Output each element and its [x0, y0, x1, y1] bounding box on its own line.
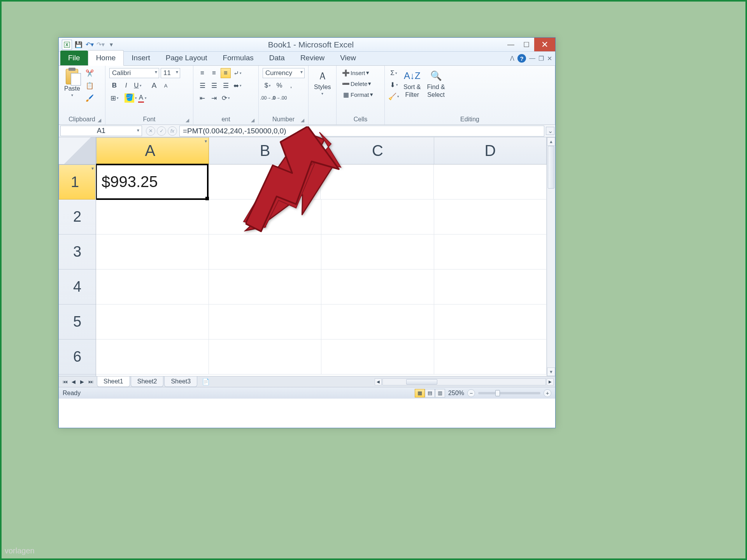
- cut-icon[interactable]: ✂️: [85, 68, 95, 78]
- align-bottom-button[interactable]: ≡: [221, 68, 231, 78]
- redo-icon[interactable]: ↷▾: [96, 40, 105, 49]
- row-header-3[interactable]: 3: [59, 234, 96, 270]
- clear-button[interactable]: 🧹: [389, 91, 399, 102]
- scroll-left-button[interactable]: ◀: [375, 378, 382, 385]
- dialog-launcher-icon[interactable]: ◢: [301, 117, 304, 123]
- orientation-button[interactable]: ⟳: [221, 93, 231, 103]
- qat-customize-icon[interactable]: ▾: [107, 40, 116, 49]
- cell-d2[interactable]: [434, 200, 547, 234]
- currency-button[interactable]: $: [263, 80, 273, 91]
- cell-b1[interactable]: [208, 164, 321, 199]
- cell-a6[interactable]: [96, 340, 209, 374]
- comma-button[interactable]: ,: [286, 80, 296, 91]
- grow-font-button[interactable]: A: [149, 80, 159, 91]
- scroll-down-button[interactable]: ▼: [547, 368, 555, 376]
- paste-button[interactable]: Paste ▾: [63, 68, 82, 98]
- workbook-minimize-icon[interactable]: —: [529, 55, 535, 62]
- cancel-formula-button[interactable]: ✕: [146, 126, 155, 136]
- decrease-decimal-button[interactable]: .0→.00: [274, 93, 284, 103]
- zoom-out-button[interactable]: −: [467, 389, 475, 397]
- increase-indent-button[interactable]: ⇥: [209, 93, 219, 103]
- cell-a4[interactable]: [96, 270, 209, 304]
- merge-center-button[interactable]: ⬌: [232, 80, 242, 91]
- bold-button[interactable]: B: [109, 80, 119, 91]
- file-tab[interactable]: File: [60, 51, 88, 65]
- cell-d3[interactable]: [434, 234, 547, 269]
- percent-button[interactable]: %: [274, 80, 284, 91]
- name-box[interactable]: A1: [60, 126, 142, 136]
- tab-formulas[interactable]: Formulas: [215, 51, 261, 65]
- insert-cells-button[interactable]: ➕Insert ▾: [340, 68, 371, 77]
- workbook-restore-icon[interactable]: ❐: [538, 55, 544, 62]
- vscroll-thumb[interactable]: [548, 146, 554, 189]
- cell-d1[interactable]: [434, 164, 547, 199]
- sheet-tab-1[interactable]: Sheet1: [97, 376, 130, 387]
- wrap-text-button[interactable]: ⤶: [232, 68, 242, 78]
- help-icon[interactable]: ?: [517, 54, 526, 63]
- horizontal-scrollbar[interactable]: ◀ ▶: [214, 378, 555, 385]
- copy-icon[interactable]: 📋: [85, 80, 95, 91]
- find-select-button[interactable]: 🔍 Find & Select: [425, 68, 446, 99]
- cell-d5[interactable]: [434, 304, 547, 339]
- col-header-a[interactable]: A: [96, 137, 209, 164]
- cell-b3[interactable]: [209, 234, 322, 269]
- next-sheet-button[interactable]: ▶: [78, 378, 86, 386]
- borders-button[interactable]: ⊞: [109, 93, 119, 103]
- last-sheet-button[interactable]: ⏭: [87, 378, 95, 386]
- cell-c5[interactable]: [321, 304, 434, 339]
- fill-button[interactable]: ⬇: [389, 80, 399, 90]
- expand-formula-bar-button[interactable]: ⌄: [546, 127, 554, 135]
- row-header-1[interactable]: 1: [59, 164, 96, 200]
- cell-a3[interactable]: [96, 234, 209, 269]
- dialog-launcher-icon[interactable]: ◢: [98, 117, 101, 123]
- minimize-ribbon-icon[interactable]: ᐱ: [510, 55, 514, 62]
- dialog-launcher-icon[interactable]: ◢: [186, 117, 189, 123]
- sheet-tab-2[interactable]: Sheet2: [131, 376, 164, 387]
- workbook-close-icon[interactable]: ✕: [547, 55, 552, 62]
- shrink-font-button[interactable]: A: [161, 80, 171, 91]
- formula-input[interactable]: =PMT(0.0042,240,-150000,0,0): [179, 126, 544, 136]
- cell-b4[interactable]: [209, 270, 322, 304]
- undo-icon[interactable]: ↶▾: [85, 40, 94, 49]
- select-all-corner[interactable]: [59, 137, 96, 164]
- new-sheet-button[interactable]: 📄: [198, 376, 214, 387]
- row-header-6[interactable]: 6: [59, 340, 96, 374]
- increase-decimal-button[interactable]: .00→.0: [263, 93, 273, 103]
- fx-button[interactable]: fx: [168, 126, 177, 136]
- cell-c6[interactable]: [321, 340, 434, 374]
- page-break-view-button[interactable]: ▥: [435, 389, 445, 397]
- prev-sheet-button[interactable]: ◀: [70, 378, 77, 386]
- format-painter-icon[interactable]: 🖌️: [85, 93, 95, 103]
- cell-grid[interactable]: A B C D $993.25: [96, 137, 547, 376]
- italic-button[interactable]: I: [121, 80, 131, 91]
- zoom-thumb[interactable]: [495, 390, 500, 396]
- tab-page-layout[interactable]: Page Layout: [158, 51, 215, 65]
- delete-cells-button[interactable]: ➖Delete ▾: [340, 79, 373, 88]
- hscroll-thumb[interactable]: [406, 379, 437, 385]
- align-center-button[interactable]: ☰: [209, 80, 219, 91]
- col-header-b[interactable]: B: [209, 137, 321, 164]
- font-color-button[interactable]: A: [137, 93, 147, 103]
- tab-data[interactable]: Data: [261, 51, 293, 65]
- cell-a2[interactable]: [96, 200, 209, 234]
- styles-button[interactable]: Ａ Styles ▾: [312, 68, 333, 96]
- cell-a5[interactable]: [96, 304, 209, 339]
- row-header-2[interactable]: 2: [59, 200, 96, 234]
- close-button[interactable]: ✕: [534, 38, 555, 51]
- zoom-level[interactable]: 250%: [448, 390, 464, 397]
- cell-d4[interactable]: [434, 270, 547, 304]
- cell-b6[interactable]: [209, 340, 322, 374]
- col-header-c[interactable]: C: [321, 137, 434, 164]
- col-header-d[interactable]: D: [434, 137, 547, 164]
- tab-review[interactable]: Review: [293, 51, 332, 65]
- cell-c1[interactable]: [321, 164, 433, 199]
- vscroll-track[interactable]: [547, 146, 555, 368]
- first-sheet-button[interactable]: ⏮: [61, 378, 69, 386]
- page-layout-view-button[interactable]: ▤: [425, 389, 435, 397]
- cell-d6[interactable]: [434, 340, 547, 374]
- vertical-scrollbar[interactable]: ▲ ▼: [547, 137, 555, 376]
- maximize-button[interactable]: ☐: [519, 38, 534, 51]
- cell-b2[interactable]: [209, 200, 322, 234]
- font-size-select[interactable]: 11: [161, 68, 180, 78]
- row-header-4[interactable]: 4: [59, 270, 96, 304]
